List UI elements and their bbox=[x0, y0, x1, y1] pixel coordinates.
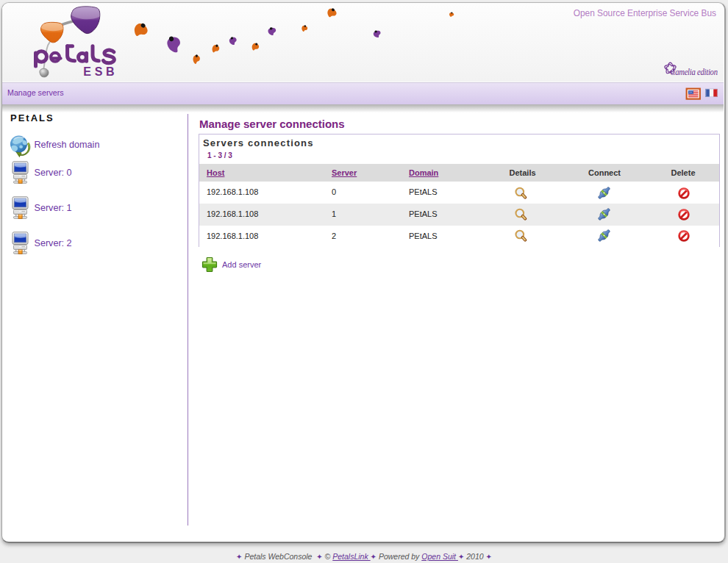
svg-text:ESB: ESB bbox=[83, 65, 118, 78]
